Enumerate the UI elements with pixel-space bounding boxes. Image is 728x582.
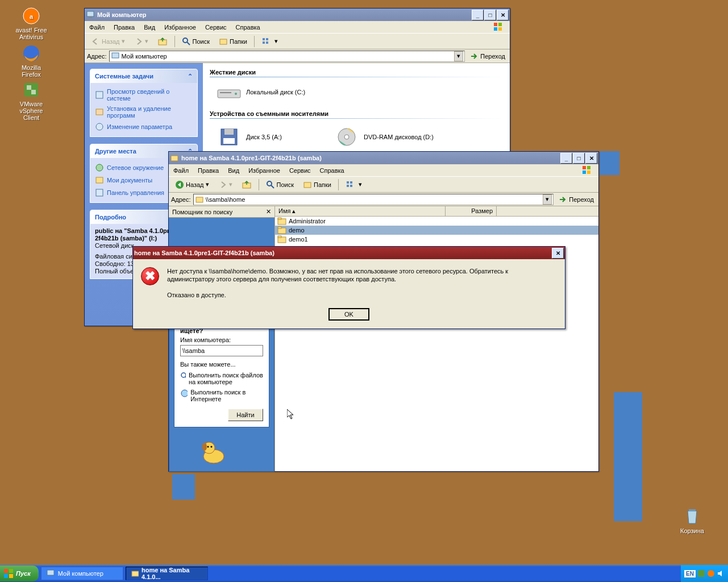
search-files-icon bbox=[180, 372, 186, 381]
ok-button[interactable]: OK bbox=[328, 308, 369, 321]
find-button[interactable]: Найти bbox=[228, 409, 263, 421]
task-system-info[interactable]: Просмотр сведений о системе bbox=[95, 86, 193, 103]
svg-rect-5 bbox=[31, 90, 36, 94]
desktop-icon-firefox[interactable]: Mozilla Firefox bbox=[11, 44, 51, 78]
svg-rect-10 bbox=[498, 23, 502, 26]
views-button[interactable]: ▾ bbox=[257, 35, 282, 48]
close-icon[interactable]: ✕ bbox=[266, 208, 271, 215]
tray-avast-icon[interactable] bbox=[707, 569, 715, 577]
drive-dvd[interactable]: DVD-RAM дисковод (D:) bbox=[333, 127, 434, 147]
task-change-setting[interactable]: Изменение параметра bbox=[95, 120, 193, 133]
minimize-button[interactable]: _ bbox=[472, 10, 484, 20]
menu-favorites[interactable]: Избранное bbox=[160, 22, 201, 32]
svg-rect-32 bbox=[223, 138, 235, 144]
svg-rect-4 bbox=[27, 85, 31, 90]
svg-rect-64 bbox=[4, 574, 8, 578]
back-button[interactable]: Назад ▾ bbox=[171, 178, 213, 191]
menu-help[interactable]: Справка bbox=[315, 165, 349, 176]
task-add-remove[interactable]: Установка и удаление программ bbox=[95, 103, 193, 120]
go-button[interactable]: Переход bbox=[556, 195, 596, 204]
close-button[interactable]: ✕ bbox=[497, 10, 509, 20]
column-size[interactable]: Размер bbox=[446, 206, 497, 216]
menu-view[interactable]: Вид bbox=[223, 165, 244, 176]
address-dropdown[interactable]: ▾ bbox=[454, 51, 463, 61]
menu-file[interactable]: Файл bbox=[85, 22, 109, 32]
system-tray: EN bbox=[681, 565, 728, 582]
menu-favorites[interactable]: Избранное bbox=[244, 165, 285, 176]
taskbar-item-mycomputer[interactable]: Мой компьютер bbox=[41, 567, 123, 580]
dialog-titlebar[interactable]: home на Samba 4.1.0pre1-GIT-2f4b21b (sam… bbox=[133, 247, 565, 259]
menubar: Файл Правка Вид Избранное Сервис Справка bbox=[85, 21, 510, 34]
svg-rect-65 bbox=[9, 574, 13, 578]
bg-fragment bbox=[614, 392, 642, 521]
file-row[interactable]: Administrator bbox=[275, 217, 598, 226]
titlebar[interactable]: Мой компьютер _ □ ✕ bbox=[85, 9, 510, 21]
address-field[interactable]: ▾ bbox=[109, 51, 465, 62]
desktop-icon-recycle[interactable]: Корзина bbox=[672, 508, 712, 534]
file-row[interactable]: demo1 bbox=[275, 235, 598, 244]
forward-button[interactable]: ▾ bbox=[214, 178, 236, 191]
menu-file[interactable]: Файл bbox=[169, 165, 193, 176]
svg-rect-44 bbox=[347, 181, 349, 184]
tasks-header[interactable]: Системные задачи⌃ bbox=[90, 69, 197, 83]
folder-up-icon bbox=[157, 37, 168, 46]
column-name[interactable]: Имя ▴ bbox=[275, 206, 446, 216]
close-button[interactable]: ✕ bbox=[585, 153, 597, 164]
folders-button[interactable]: Папки bbox=[299, 178, 335, 191]
computer-name-input[interactable] bbox=[180, 345, 263, 356]
drive-floppy[interactable]: Диск 3,5 (A:) bbox=[215, 127, 282, 147]
menu-help[interactable]: Справка bbox=[231, 22, 265, 32]
close-button[interactable]: ✕ bbox=[552, 248, 564, 259]
maximize-button[interactable]: □ bbox=[484, 10, 496, 20]
chevron-up-icon: ⌃ bbox=[188, 73, 193, 80]
desktop-icon-vmware[interactable]: VMware vSphere Client bbox=[11, 81, 51, 121]
file-row-selected[interactable]: demo bbox=[275, 226, 598, 235]
search-files-link[interactable]: Выполнить поиск файлов на компьютере bbox=[180, 370, 263, 387]
menu-edit[interactable]: Правка bbox=[109, 22, 139, 32]
folders-icon bbox=[303, 180, 312, 189]
maximize-button[interactable]: □ bbox=[573, 153, 585, 164]
forward-button[interactable]: ▾ bbox=[130, 35, 152, 48]
tray-volume-icon[interactable] bbox=[717, 569, 725, 577]
taskbar-item-samba[interactable]: home на Samba 4.1.0... bbox=[126, 567, 208, 580]
search-assistant: ищете? Имя компьютера: Вы также можете..… bbox=[169, 316, 274, 472]
search-internet-link[interactable]: Выполнить поиск в Интернете bbox=[180, 387, 263, 404]
views-button[interactable]: ▾ bbox=[342, 178, 366, 191]
drive-c[interactable]: Локальный диск (C:) bbox=[215, 82, 503, 102]
menu-view[interactable]: Вид bbox=[139, 22, 160, 32]
up-button[interactable] bbox=[238, 178, 256, 191]
address-dropdown[interactable]: ▾ bbox=[543, 194, 552, 205]
address-field[interactable]: ▾ bbox=[193, 194, 554, 205]
bg-fragment bbox=[172, 474, 195, 500]
svg-rect-47 bbox=[350, 185, 352, 187]
menu-tools[interactable]: Сервис bbox=[285, 165, 315, 176]
back-button[interactable]: Назад ▾ bbox=[87, 35, 129, 48]
tray-vm-icon[interactable] bbox=[697, 569, 705, 577]
svg-point-60 bbox=[207, 446, 209, 448]
titlebar[interactable]: home на Samba 4.1.0pre1-GIT-2f4b21b (sam… bbox=[169, 152, 598, 164]
language-indicator[interactable]: EN bbox=[684, 570, 696, 577]
go-button[interactable]: Переход bbox=[467, 52, 507, 61]
addressbar: Адрес: ▾ Переход bbox=[85, 49, 510, 63]
computer-icon bbox=[46, 569, 55, 578]
svg-rect-68 bbox=[698, 570, 705, 577]
system-tasks-group: Системные задачи⌃ Просмотр сведений о си… bbox=[90, 69, 198, 137]
up-button[interactable] bbox=[153, 35, 172, 48]
start-button[interactable]: Пуск bbox=[0, 566, 39, 581]
folders-button[interactable]: Папки bbox=[215, 35, 251, 48]
svg-point-23 bbox=[96, 123, 103, 130]
svg-rect-35 bbox=[171, 156, 178, 161]
menu-tools[interactable]: Сервис bbox=[201, 22, 231, 32]
floppy-icon bbox=[215, 127, 243, 147]
svg-rect-67 bbox=[132, 571, 139, 576]
svg-rect-18 bbox=[263, 41, 265, 44]
info-icon bbox=[95, 90, 104, 99]
search-button[interactable]: Поиск bbox=[262, 178, 298, 191]
desktop-icon-avast[interactable]: a avast! Free Antivirus bbox=[11, 7, 51, 40]
svg-rect-45 bbox=[350, 181, 352, 184]
menu-edit[interactable]: Правка bbox=[193, 165, 223, 176]
folder-icon bbox=[277, 217, 286, 225]
search-button[interactable]: Поиск bbox=[178, 35, 214, 48]
minimize-button[interactable]: _ bbox=[560, 153, 572, 164]
svg-point-61 bbox=[211, 446, 213, 448]
